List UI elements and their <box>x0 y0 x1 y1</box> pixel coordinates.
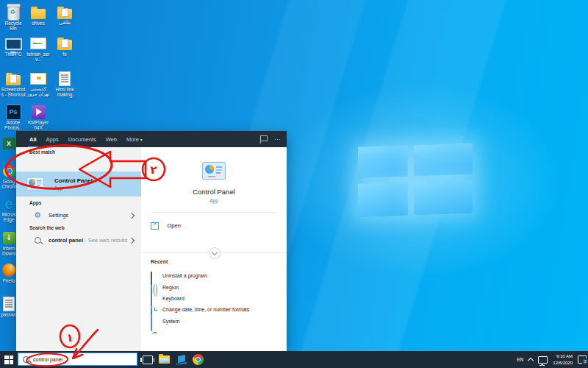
desktop-icon-screenshots-shortcut[interactable]: Screenshots - Shortcut <box>1 71 26 98</box>
detail-subtitle: App <box>141 198 287 203</box>
search-input-value: control panel <box>33 357 62 362</box>
result-settings[interactable]: ⚙ Settings <box>16 208 141 223</box>
icon-label: Adobe Photos.. <box>1 120 26 131</box>
desktop: Recycle Bin drives طلفى This PC tehran_s… <box>0 0 588 368</box>
laptop-icon <box>176 355 187 365</box>
search-flyout-panel: All Apps Documents Web More Best match <box>16 131 287 351</box>
file-explorer-button[interactable] <box>158 353 171 366</box>
control-panel-icon-large <box>202 162 226 180</box>
task-view-button[interactable] <box>141 353 154 366</box>
best-match-header: Best match <box>29 149 55 155</box>
recent-item-uninstall[interactable]: Uninstall a program <box>151 271 281 282</box>
search-tabs-bar: All Apps Documents Web More <box>16 131 287 147</box>
search-detail-pane: Control Panel App Open Recent Uninstall … <box>141 147 287 351</box>
recent-item-system[interactable]: System <box>151 316 281 328</box>
recent-label: System <box>162 319 179 324</box>
recent-item-keyboard[interactable]: Keyboard <box>151 294 281 305</box>
clock-date: 12/6/2020 <box>553 360 573 367</box>
tab-apps[interactable]: Apps <box>46 136 59 143</box>
search-web-header: Search the web <box>29 225 65 230</box>
search-results-column: Best match Control Panel App Apps ⚙ Sett… <box>16 147 141 351</box>
recycle-bin-icon <box>7 5 20 21</box>
pinned-app-laptop-button[interactable] <box>175 353 187 366</box>
card-icon <box>30 73 46 85</box>
search-icon <box>35 237 41 244</box>
collapse-chevron-toggle[interactable] <box>209 247 220 259</box>
recent-label: Region <box>162 285 179 290</box>
notification-badge: 3 <box>581 358 588 365</box>
taskbar-search-box[interactable]: control panel <box>18 353 137 366</box>
file-explorer-icon <box>159 355 170 364</box>
search-icon <box>23 356 29 363</box>
system-tray: EN 9:10 AM 12/6/2020 3 <box>517 351 587 368</box>
desktop-icon-drives[interactable]: drives <box>26 4 51 26</box>
clock-time: 9:10 AM <box>553 353 573 360</box>
folder-icon <box>31 9 46 19</box>
open-icon <box>151 222 159 230</box>
taskbar-clock[interactable]: 9:10 AM 12/6/2020 <box>553 353 573 366</box>
web-query: control panel <box>49 237 83 244</box>
folder-with-files-icon <box>57 40 72 50</box>
desktop-icon-kmplayer[interactable]: KMPlayer 64X <box>26 104 51 131</box>
recent-label: Change date, time, or number formats <box>162 307 249 312</box>
settings-label: Settings <box>49 212 68 219</box>
recent-header: Recent <box>151 259 168 264</box>
wallpaper-windows-logo <box>358 143 476 218</box>
tab-web[interactable]: Web <box>106 136 117 143</box>
excel-icon: X <box>3 138 15 149</box>
kmplayer-icon <box>32 105 46 119</box>
shortcut-window-icon <box>30 38 46 49</box>
result-title: Control Panel <box>54 177 93 184</box>
open-label: Open <box>167 222 180 229</box>
taskbar: control panel EN 9:10 AM 12/6/2020 3 <box>0 351 588 368</box>
recent-item-region[interactable]: Region <box>151 283 281 294</box>
start-button[interactable] <box>0 351 18 368</box>
desktop-icon-arabic-folder[interactable]: طلفى <box>52 4 77 26</box>
folder-with-files-icon <box>57 9 72 19</box>
icon-label: Recycle Bin <box>1 21 26 32</box>
system-monitor-icon <box>151 317 152 331</box>
windows-logo-icon <box>4 355 13 364</box>
gear-icon: ⚙ <box>34 210 41 220</box>
icon-label: fo <box>52 52 77 57</box>
desktop-icon-this-pc[interactable]: This PC <box>1 35 26 57</box>
language-indicator[interactable]: EN <box>517 357 523 362</box>
detail-title: Control Panel <box>141 188 287 196</box>
tab-more[interactable]: More <box>126 136 143 143</box>
edge-icon: e <box>4 197 12 211</box>
desktop-icon-tehran-serv[interactable]: tehran_serv... <box>26 35 51 63</box>
photoshop-icon: Ps <box>6 105 21 120</box>
desktop-icon-html-link-making[interactable]: Html link making <box>52 71 77 98</box>
task-view-icon <box>143 355 153 364</box>
recent-label: Uninstall a program <box>162 273 207 278</box>
document-icon <box>3 297 15 311</box>
folder-shortcut-icon <box>6 75 21 85</box>
chrome-icon <box>3 165 15 177</box>
desktop-icon-fo-folder[interactable]: fo <box>52 35 77 57</box>
desktop-icon-postal-code[interactable]: کدپستی تهران مرور <box>26 71 51 98</box>
action-center-icon[interactable]: 3 <box>578 355 587 364</box>
computer-icon <box>5 38 22 50</box>
network-pc-icon[interactable] <box>538 356 548 364</box>
icon-label: طلفى <box>52 21 77 26</box>
icon-label: tehran_serv... <box>26 52 51 63</box>
control-panel-icon <box>26 177 44 191</box>
desktop-icon-recycle-bin[interactable]: Recycle Bin <box>1 4 26 32</box>
tab-all[interactable]: All <box>29 136 37 143</box>
chevron-right-icon <box>129 213 135 219</box>
document-icon <box>59 71 71 86</box>
result-web-search[interactable]: control panel - See web results <box>16 233 141 248</box>
best-match-result-control-panel[interactable]: Control Panel App <box>16 171 141 197</box>
chrome-taskbar-button[interactable] <box>192 353 204 366</box>
feedback-icon[interactable] <box>261 135 268 141</box>
recent-item-date-time[interactable]: Change date, time, or number formats <box>151 305 281 316</box>
apps-header: Apps <box>29 200 41 205</box>
web-suffix: - See web results <box>85 237 127 244</box>
hidden-icons-chevron[interactable] <box>528 357 534 363</box>
result-subtitle: App <box>54 185 63 191</box>
tab-documents[interactable]: Documents <box>68 136 96 143</box>
icon-label: Html link making <box>52 87 77 98</box>
open-action[interactable]: Open <box>151 219 181 229</box>
desktop-icon-photoshop[interactable]: Ps Adobe Photos.. <box>1 104 26 131</box>
download-manager-icon: ↓ <box>3 232 15 244</box>
